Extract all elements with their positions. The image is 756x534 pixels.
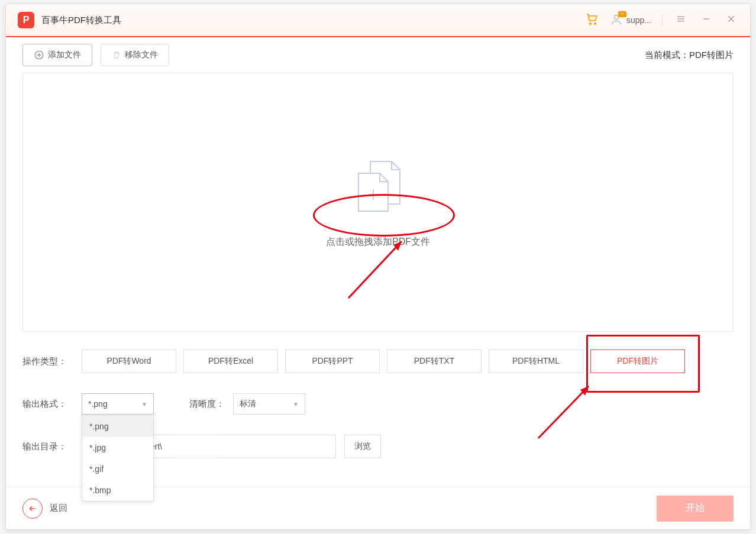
op-pdf-to-image[interactable]: PDF转图片 xyxy=(590,349,685,373)
output-format-dropdown: *.png *.jpg *.gif *.bmp xyxy=(82,415,154,501)
format-option-bmp[interactable]: *.bmp xyxy=(82,480,153,501)
close-icon[interactable] xyxy=(724,12,738,28)
op-pdf-to-ppt[interactable]: PDF转PPT xyxy=(285,349,380,373)
op-pdf-to-word[interactable]: PDF转Word xyxy=(82,349,176,373)
remove-file-label: 移除文件 xyxy=(125,50,158,60)
format-option-gif[interactable]: *.gif xyxy=(82,458,153,480)
svg-line-14 xyxy=(348,241,402,298)
titlebar: P 百事牛PDF转换工具 V supp... xyxy=(6,4,750,37)
clarity-value: 标清 xyxy=(240,399,256,409)
output-dir-label: 输出目录： xyxy=(22,441,82,452)
user-icon: V xyxy=(610,13,623,28)
chevron-down-icon: ▼ xyxy=(141,401,147,407)
op-pdf-to-excel[interactable]: PDF转Excel xyxy=(183,349,278,373)
add-file-label: 添加文件 xyxy=(48,50,81,60)
output-format-select[interactable]: *.png ▼ *.png *.jpg *.gif *.bmp xyxy=(82,393,154,415)
documents-icon xyxy=(345,157,411,218)
svg-point-0 xyxy=(590,23,592,25)
file-dropzone[interactable]: 点击或拖拽添加PDF文件 xyxy=(22,73,734,332)
back-label: 返回 xyxy=(50,503,67,514)
vip-badge-icon: V xyxy=(618,11,626,17)
arrow-left-icon xyxy=(22,499,43,519)
clarity-select[interactable]: 标清 ▼ xyxy=(233,393,305,415)
user-account[interactable]: V supp... xyxy=(610,13,651,28)
plus-circle-icon xyxy=(34,50,44,60)
browse-button[interactable]: 浏览 xyxy=(344,435,381,458)
op-pdf-to-txt[interactable]: PDF转TXT xyxy=(387,349,482,373)
minimize-icon[interactable] xyxy=(699,12,713,28)
options-panel: 操作类型： PDF转Word PDF转Excel PDF转PPT PDF转TXT… xyxy=(6,332,750,458)
format-option-png[interactable]: *.png xyxy=(82,416,153,437)
cart-icon[interactable] xyxy=(585,12,599,28)
redacted-area xyxy=(174,436,218,457)
dropzone-text: 点击或拖拽添加PDF文件 xyxy=(326,236,430,248)
remove-file-button[interactable]: 移除文件 xyxy=(101,44,169,66)
divider xyxy=(662,14,663,26)
add-file-button[interactable]: 添加文件 xyxy=(22,44,92,66)
op-pdf-to-html[interactable]: PDF转HTML xyxy=(489,349,583,373)
user-label: supp... xyxy=(626,15,651,25)
chevron-down-icon: ▼ xyxy=(293,401,299,407)
menu-icon[interactable] xyxy=(673,11,689,29)
start-button[interactable]: 开始 xyxy=(657,496,734,522)
output-format-label: 输出格式： xyxy=(22,399,82,410)
current-mode: 当前模式：PDF转图片 xyxy=(645,50,734,61)
operation-label: 操作类型： xyxy=(22,356,82,367)
format-option-jpg[interactable]: *.jpg xyxy=(82,437,153,458)
operation-type-row: 操作类型： PDF转Word PDF转Excel PDF转PPT PDF转TXT… xyxy=(22,349,734,373)
back-button[interactable]: 返回 xyxy=(22,499,67,519)
clarity-label: 清晰度： xyxy=(189,399,225,410)
toolbar: 添加文件 移除文件 当前模式：PDF转图片 xyxy=(6,37,750,73)
app-window: P 百事牛PDF转换工具 V supp... xyxy=(5,4,751,530)
svg-point-1 xyxy=(595,23,596,25)
trash-icon xyxy=(112,50,121,60)
app-title: 百事牛PDF转换工具 xyxy=(41,15,121,26)
output-format-row: 输出格式： *.png ▼ *.png *.jpg *.gif *.bmp 清晰… xyxy=(22,393,734,415)
output-format-value: *.png xyxy=(88,399,108,409)
app-logo-icon: P xyxy=(18,12,34,28)
